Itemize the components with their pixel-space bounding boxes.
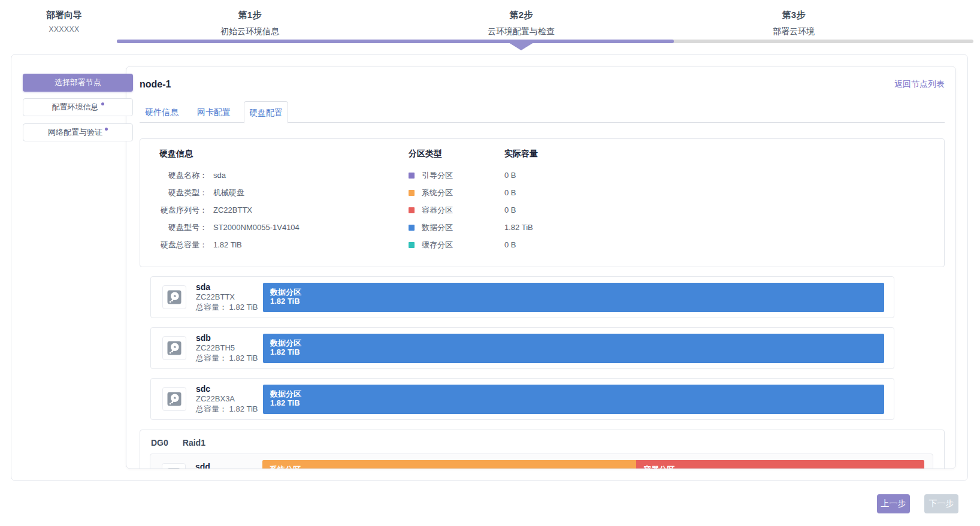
wizard-subtitle: XXXXXX bbox=[31, 25, 97, 34]
system-partition-swatch-icon bbox=[409, 190, 415, 196]
disk-info-field: 硬盘总容量： 1.82 TiB bbox=[153, 236, 944, 253]
disk-meta: sdc ZC22BX3A 总容量： 1.82 TiB bbox=[196, 384, 263, 414]
partition-bar-label: 系统分区 bbox=[270, 465, 636, 469]
legend-item: 系统分区 bbox=[409, 184, 453, 201]
partition-bar-label: 数据分区 bbox=[270, 389, 884, 398]
tab-nic-config[interactable]: 网卡配置 bbox=[192, 101, 236, 123]
capacity-value: 0 B bbox=[504, 184, 538, 201]
hdd-icon-box bbox=[162, 387, 186, 411]
tab-disk-config[interactable]: 硬盘配置 bbox=[244, 101, 288, 123]
capacity-value: 1.82 TiB bbox=[504, 219, 538, 236]
legend-label: 容器分区 bbox=[422, 201, 453, 219]
partition-bar-area: 数据分区 1.82 TiB bbox=[263, 334, 884, 363]
step-label: 部署云环境 bbox=[773, 26, 815, 37]
wizard-step-2: 第2步 云环境配置与检查 bbox=[488, 10, 555, 37]
capacity-value: 0 B bbox=[504, 167, 538, 184]
legend-item: 引导分区 bbox=[409, 167, 453, 184]
legend-label: 数据分区 bbox=[422, 219, 453, 236]
partition-legend: 引导分区 系统分区 容器分区 数据分区 缓存分区 bbox=[409, 167, 453, 253]
disk-name: sdc bbox=[196, 384, 263, 394]
next-step-button[interactable]: 下一步 bbox=[924, 494, 958, 513]
actual-capacity-header: 实际容量 bbox=[504, 149, 538, 159]
disk-row-sdb[interactable]: sdb ZC22BTH5 总容量： 1.82 TiB 数据分区 1.82 TiB bbox=[150, 327, 894, 369]
tab-hardware-info[interactable]: 硬件信息 bbox=[140, 101, 184, 123]
sidebar-item-label: 选择部署节点 bbox=[55, 77, 101, 88]
container-partition-swatch-icon bbox=[409, 207, 415, 213]
disk-group-name: DG0 bbox=[151, 438, 168, 448]
disk-name: sdd bbox=[195, 462, 262, 469]
partition-type-header: 分区类型 bbox=[409, 149, 453, 159]
disk-group-card-dg0: DG0 Raid1 sdd 系统分区 容器 bbox=[140, 430, 945, 469]
partition-type-column: 分区类型 引导分区 系统分区 容器分区 数据分区 bbox=[409, 149, 453, 253]
data-partition-bar[interactable]: 数据分区 1.82 TiB bbox=[263, 385, 884, 414]
partition-bar-size: 1.82 TiB bbox=[270, 297, 884, 306]
disk-row-sdd[interactable]: sdd 系统分区 容器分区 bbox=[150, 454, 933, 469]
disk-info-box: 硬盘信息 硬盘名称： sda 硬盘类型： 机械硬盘 硬盘序列号： ZC22BTT… bbox=[140, 138, 945, 267]
legend-item: 数据分区 bbox=[409, 219, 453, 236]
legend-item: 容器分区 bbox=[409, 201, 453, 219]
actual-capacity-column: 实际容量 0 B 0 B 0 B 1.82 TiB 0 B bbox=[504, 149, 538, 253]
disk-serial: ZC22BTTX bbox=[196, 292, 263, 302]
sidebar-item-label: 配置环境信息 bbox=[52, 102, 99, 113]
hdd-icon-box bbox=[162, 285, 186, 309]
legend-label: 缓存分区 bbox=[422, 236, 453, 253]
data-partition-bar[interactable]: 数据分区 1.82 TiB bbox=[263, 283, 884, 312]
step-label: 云环境配置与检查 bbox=[488, 26, 555, 37]
field-value: 机械硬盘 bbox=[213, 184, 244, 201]
sidebar-item-configure-env-info[interactable]: 配置环境信息 bbox=[23, 98, 133, 116]
disk-info-field: 硬盘名称： sda bbox=[153, 167, 944, 184]
hdd-icon-box bbox=[162, 463, 186, 469]
field-label: 硬盘总容量： bbox=[153, 236, 207, 253]
hdd-icon-box bbox=[162, 336, 186, 360]
wizard-title: 部署向导 bbox=[31, 10, 97, 21]
partition-bar-label: 数据分区 bbox=[270, 338, 884, 347]
legend-label: 系统分区 bbox=[422, 184, 453, 201]
partition-bar-size: 1.82 TiB bbox=[270, 398, 884, 407]
wizard-progress-track bbox=[117, 40, 973, 43]
hard-disk-icon bbox=[167, 340, 182, 356]
capacity-values: 0 B 0 B 0 B 1.82 TiB 0 B bbox=[504, 167, 538, 253]
disk-serial: ZC22BTH5 bbox=[196, 343, 263, 353]
back-to-node-list-link[interactable]: 返回节点列表 bbox=[894, 79, 945, 90]
disk-row-sdc[interactable]: sdc ZC22BX3A 总容量： 1.82 TiB 数据分区 1.82 TiB bbox=[150, 378, 894, 420]
disk-total-capacity: 总容量： 1.82 TiB bbox=[196, 404, 263, 414]
disk-info-fields: 硬盘名称： sda 硬盘类型： 机械硬盘 硬盘序列号： ZC22BTTX 硬盘型… bbox=[153, 167, 944, 253]
field-label: 硬盘型号： bbox=[153, 219, 207, 236]
disk-info-field: 硬盘类型： 机械硬盘 bbox=[153, 184, 944, 201]
boot-partition-swatch-icon bbox=[409, 173, 415, 179]
legend-label: 引导分区 bbox=[422, 167, 453, 184]
system-partition-bar[interactable]: 系统分区 bbox=[262, 460, 636, 469]
partition-bar-area: 系统分区 容器分区 bbox=[262, 460, 924, 469]
sidebar-item-network-config-verify[interactable]: 网络配置与验证 bbox=[23, 123, 133, 141]
disk-name: sda bbox=[196, 282, 263, 292]
node-title: node-1 bbox=[140, 79, 171, 90]
field-value: ST2000NM0055-1V4104 bbox=[213, 219, 300, 236]
disk-meta: sdd bbox=[195, 462, 262, 469]
field-label: 硬盘名称： bbox=[153, 167, 207, 184]
notice-dot-icon bbox=[101, 102, 104, 105]
container-partition-bar[interactable]: 容器分区 bbox=[636, 460, 924, 469]
hard-disk-icon bbox=[166, 467, 182, 469]
data-partition-bar[interactable]: 数据分区 1.82 TiB bbox=[263, 334, 884, 363]
legend-item: 缓存分区 bbox=[409, 236, 453, 253]
disk-meta: sda ZC22BTTX 总容量： 1.82 TiB bbox=[196, 282, 263, 312]
wizard-progress-fill bbox=[117, 40, 674, 43]
wizard-step-1: 第1步 初始云环境信息 bbox=[220, 10, 279, 37]
disk-serial: ZC22BX3A bbox=[196, 394, 263, 404]
step-number: 第3步 bbox=[773, 10, 815, 21]
hard-disk-icon bbox=[167, 289, 182, 305]
disk-row-sda[interactable]: sda ZC22BTTX 总容量： 1.82 TiB 数据分区 1.82 TiB bbox=[150, 276, 894, 318]
panel-header: node-1 返回节点列表 bbox=[140, 78, 945, 91]
hard-disk-icon bbox=[167, 391, 182, 407]
field-label: 硬盘序列号： bbox=[153, 201, 207, 219]
step-label: 初始云环境信息 bbox=[220, 26, 279, 37]
previous-step-button[interactable]: 上一步 bbox=[877, 494, 910, 513]
disk-total-capacity: 总容量： 1.82 TiB bbox=[196, 303, 263, 312]
sidebar-item-select-deploy-node[interactable]: 选择部署节点 bbox=[23, 74, 133, 92]
node-detail-panel: node-1 返回节点列表 硬件信息 网卡配置 硬盘配置 硬盘信息 硬盘名称： … bbox=[126, 66, 956, 469]
partition-bar-size: 1.82 TiB bbox=[270, 347, 884, 356]
step-number: 第2步 bbox=[488, 10, 555, 21]
disk-group-raid-level: Raid1 bbox=[183, 438, 205, 448]
disk-group-header: DG0 Raid1 bbox=[151, 437, 944, 448]
partition-bar-label: 数据分区 bbox=[270, 288, 884, 297]
